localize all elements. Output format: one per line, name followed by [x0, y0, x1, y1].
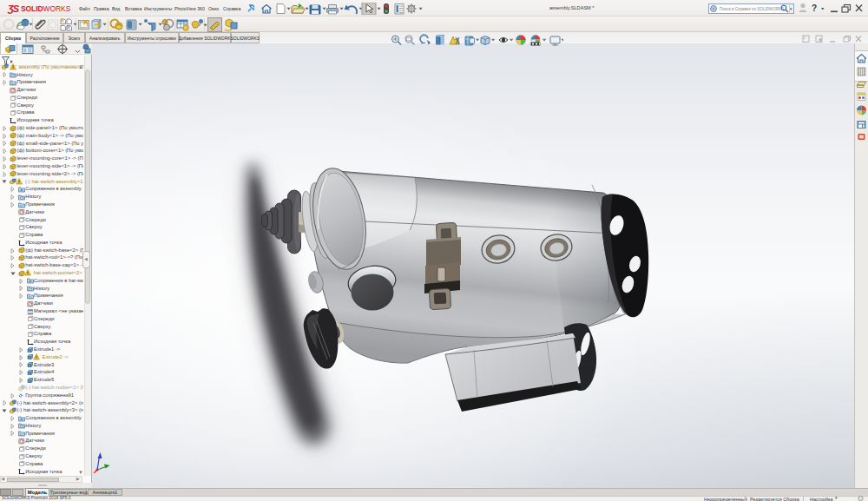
svg-text:?: ? [812, 3, 817, 13]
